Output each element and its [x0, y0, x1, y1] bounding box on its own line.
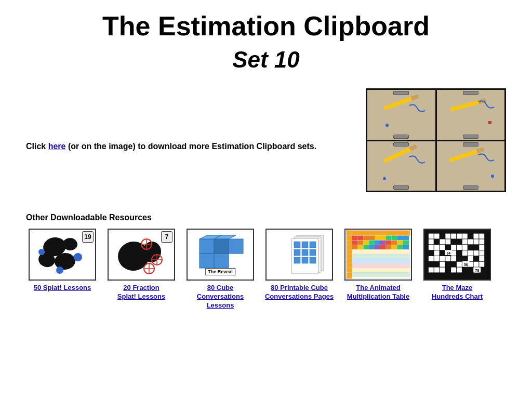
svg-rect-34	[310, 249, 316, 256]
svg-rect-131	[451, 268, 456, 273]
clipboard-cell-bl	[367, 141, 435, 191]
maze-label[interactable]: The MazeHundreds Chart	[432, 284, 483, 301]
resource-printable-cube: 80 Printable CubeConversations Pages	[263, 229, 336, 301]
clip-tl-bottom	[393, 135, 409, 139]
dot-tr	[488, 121, 491, 124]
mult-thumb[interactable]	[344, 229, 412, 281]
fraction-splat-thumb[interactable]: 7	[108, 229, 175, 281]
printable-thumb[interactable]	[265, 229, 333, 281]
svg-rect-93	[474, 234, 479, 239]
svg-rect-70	[403, 245, 409, 249]
splat-lessons-thumb[interactable]: 19	[29, 229, 96, 281]
svg-rect-132	[457, 268, 462, 273]
svg-rect-119	[451, 256, 456, 261]
svg-rect-22	[214, 254, 229, 268]
svg-rect-20	[229, 239, 243, 254]
svg-rect-43	[363, 236, 369, 241]
cube-thumb[interactable]: The Reveal	[187, 229, 254, 281]
page-container: The Estimation Clipboard Set 10 Click he…	[0, 0, 532, 326]
svg-rect-46	[380, 236, 386, 241]
svg-rect-67	[386, 245, 392, 249]
svg-rect-74	[352, 263, 410, 268]
svg-rect-130	[440, 268, 445, 273]
resource-cube-conversations: The Reveal 80 Cube ConversationsLessons	[184, 229, 257, 310]
clip-bl-bottom	[393, 185, 409, 190]
svg-text:78: 78	[475, 269, 480, 272]
description-text-before: Click	[26, 142, 48, 151]
squiggle-bl	[404, 152, 430, 178]
svg-text:56: 56	[464, 263, 468, 267]
svg-rect-122	[440, 262, 445, 267]
svg-rect-61	[352, 245, 358, 249]
splat-lessons-label[interactable]: 50 Splat! Lessons	[34, 284, 91, 292]
svg-rect-116	[434, 256, 440, 261]
svg-rect-37	[310, 257, 316, 263]
svg-rect-50	[403, 236, 409, 241]
clip-tl-top	[393, 91, 409, 95]
svg-rect-69	[397, 245, 403, 249]
svg-rect-49	[397, 236, 403, 241]
svg-rect-65	[375, 245, 380, 249]
here-link[interactable]: here	[48, 142, 66, 151]
svg-rect-100	[474, 239, 479, 244]
svg-point-6	[56, 267, 63, 274]
svg-rect-88	[434, 234, 440, 239]
resources-section: Other Downloadable Resources 19	[26, 213, 506, 310]
svg-rect-41	[352, 236, 358, 241]
svg-rect-94	[479, 234, 484, 239]
printable-svg	[268, 231, 330, 278]
svg-rect-95	[429, 239, 434, 244]
svg-rect-106	[457, 245, 462, 250]
clipboard-image[interactable]	[366, 88, 506, 192]
clip-tr-bottom	[463, 135, 478, 139]
description-block: Click here (or on the image) to download…	[26, 88, 316, 153]
dot-bl	[383, 177, 386, 180]
svg-rect-127	[479, 262, 484, 267]
svg-rect-47	[386, 236, 392, 241]
svg-rect-29	[294, 242, 300, 248]
svg-rect-129	[434, 268, 440, 273]
svg-rect-118	[445, 256, 450, 261]
svg-rect-55	[375, 240, 380, 245]
svg-rect-45	[375, 236, 380, 241]
svg-rect-53	[363, 240, 369, 245]
fraction-splat-label[interactable]: 20 FractionSplat! Lessons	[117, 284, 165, 301]
printable-label[interactable]: 80 Printable CubeConversations Pages	[265, 284, 334, 301]
fraction-badge: 7	[161, 231, 172, 243]
svg-rect-54	[369, 240, 375, 245]
svg-rect-96	[440, 239, 445, 244]
clipboard-cell-tl	[367, 90, 435, 140]
svg-rect-72	[352, 254, 410, 259]
resources-grid: 19 50 Splat! Lessons	[26, 229, 506, 310]
squiggle-br	[474, 151, 500, 177]
maze-thumb[interactable]: 34 56 78	[423, 229, 491, 281]
svg-rect-104	[440, 245, 445, 250]
clip-br-top	[463, 142, 478, 147]
svg-rect-90	[451, 234, 456, 239]
svg-rect-68	[392, 245, 397, 249]
cube-label[interactable]: 80 Cube ConversationsLessons	[184, 284, 257, 310]
svg-rect-103	[434, 245, 440, 250]
svg-rect-73	[352, 259, 410, 263]
svg-rect-91	[457, 234, 462, 239]
svg-rect-30	[302, 242, 308, 248]
svg-rect-112	[468, 250, 473, 256]
svg-rect-42	[358, 236, 364, 241]
mult-label[interactable]: The AnimatedMultiplication Table	[347, 284, 409, 301]
page-title: The Estimation Clipboard	[26, 10, 506, 42]
svg-rect-39	[347, 231, 410, 236]
svg-rect-64	[369, 245, 375, 249]
mult-svg	[345, 229, 411, 280]
svg-rect-111	[462, 250, 468, 256]
splat-badge: 19	[82, 231, 94, 243]
svg-text:34: 34	[446, 251, 450, 255]
svg-rect-63	[363, 245, 369, 249]
svg-rect-126	[474, 262, 479, 267]
svg-rect-113	[474, 250, 479, 256]
svg-rect-18	[200, 239, 214, 254]
svg-rect-120	[468, 256, 473, 261]
svg-rect-99	[468, 239, 473, 244]
resource-mult-table: The AnimatedMultiplication Table	[342, 229, 415, 301]
svg-rect-101	[479, 239, 484, 244]
clipboard-cell-tr	[437, 90, 505, 140]
